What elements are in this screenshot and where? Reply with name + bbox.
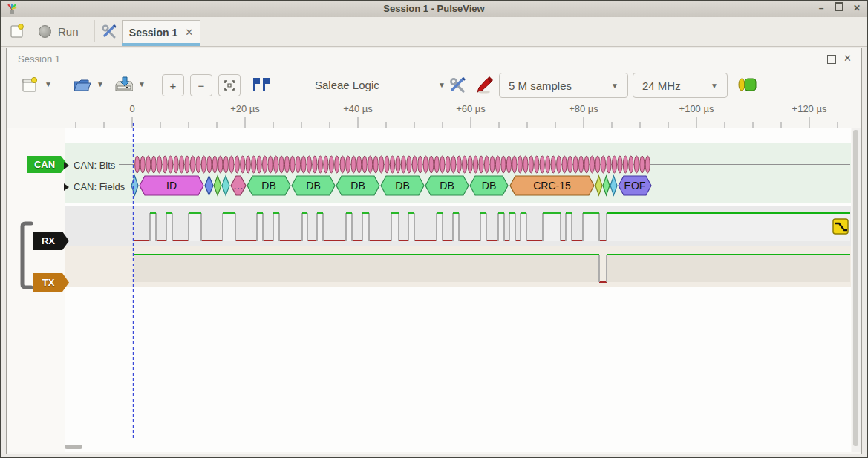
new-file-dropdown[interactable]: ▼ (45, 80, 52, 88)
decode-row-fields[interactable]: CAN: Fields (64, 181, 125, 192)
ruler-label: +60 µs (456, 103, 486, 114)
minimize-button[interactable]: – (814, 2, 829, 14)
toolbar-separator (33, 20, 33, 42)
maximize-button[interactable] (832, 2, 846, 14)
wrench-screwdriver-icon (101, 23, 117, 39)
save-dropdown[interactable]: ▼ (138, 80, 146, 88)
chevron-down-icon: ▼ (438, 81, 446, 89)
new-file-button[interactable] (19, 74, 40, 95)
zoom-fit-icon (224, 80, 235, 91)
save-icon (114, 76, 133, 94)
zoom-in-button[interactable]: + (162, 74, 184, 96)
run-button[interactable]: Run (39, 21, 79, 42)
settings-button[interactable] (98, 21, 120, 42)
window-title: Session 1 - PulseView (0, 3, 868, 14)
decode-row-bits-label: CAN: Bits (74, 160, 115, 171)
chevron-down-icon: ▼ (611, 82, 619, 90)
trigger-flags-icon (252, 76, 271, 93)
ruler-label: +100 µs (679, 103, 714, 114)
device-select[interactable]: Saleae Logic ▼ (312, 74, 448, 95)
sample-rate-select[interactable]: 24 MHz ▼ (633, 73, 728, 98)
tab-session-1[interactable]: Session 1 ✕ (122, 20, 200, 44)
ruler-label: +20 µs (230, 103, 260, 114)
tab-active-accent (122, 43, 200, 46)
open-folder-icon (72, 76, 91, 93)
sample-count-select[interactable]: 5 M samples ▼ (499, 73, 628, 98)
new-session-button[interactable] (6, 21, 28, 42)
save-button[interactable] (113, 74, 134, 95)
toolbar-separator (94, 20, 95, 42)
decode-row-bits[interactable]: CAN: Bits (64, 160, 115, 171)
ruler-label: +80 µs (569, 103, 598, 114)
channel-tag-tx[interactable]: TX (33, 273, 69, 292)
run-state-icon (39, 25, 51, 38)
ruler-label: +120 µs (792, 103, 827, 114)
dock-float-icon[interactable] (827, 55, 836, 64)
sample-count-value: 5 M samples (509, 79, 572, 92)
decode-row-fields-label: CAN: Fields (74, 181, 125, 192)
add-decoder-button[interactable] (737, 74, 757, 95)
new-session-icon (10, 24, 25, 39)
tab-label: Session 1 (129, 27, 177, 39)
close-button[interactable]: ✕ (849, 2, 864, 14)
trigger-flags-button[interactable] (251, 74, 272, 95)
probe-icon (475, 76, 493, 94)
ruler-label: 0 (129, 103, 134, 114)
tab-close-icon[interactable]: ✕ (185, 27, 193, 38)
dock-title: Session 1 (18, 53, 60, 65)
dock-close-icon[interactable]: ✕ (843, 53, 852, 64)
decoder-tag-can[interactable]: CAN (27, 156, 68, 173)
run-label: Run (58, 25, 79, 38)
expand-triangle-icon[interactable] (64, 183, 69, 191)
channels-wrench-icon (448, 76, 466, 94)
chevron-down-icon: ▼ (711, 82, 718, 90)
channels-button[interactable] (447, 74, 468, 95)
horizontal-scrollbar-thumb[interactable] (65, 445, 82, 449)
new-file-icon (22, 76, 38, 93)
channel-tag-rx[interactable]: RX (33, 232, 69, 250)
open-button[interactable] (71, 74, 92, 95)
open-dropdown[interactable]: ▼ (97, 80, 104, 88)
expand-triangle-icon[interactable] (64, 162, 69, 169)
sample-rate-value: 24 MHz (642, 79, 681, 92)
device-name: Saleae Logic (315, 79, 379, 91)
add-decoder-icon (737, 76, 757, 93)
vertical-scrollbar-thumb[interactable] (853, 130, 858, 446)
ruler-label: +40 µs (343, 103, 373, 114)
zoom-fit-button[interactable] (218, 74, 241, 96)
trace-view[interactable] (65, 128, 851, 452)
probe-button[interactable] (474, 74, 495, 95)
pulseview-window: Session 1 - PulseView – ✕ Run Session 1 … (0, 0, 868, 458)
zoom-out-button[interactable]: − (190, 74, 212, 96)
